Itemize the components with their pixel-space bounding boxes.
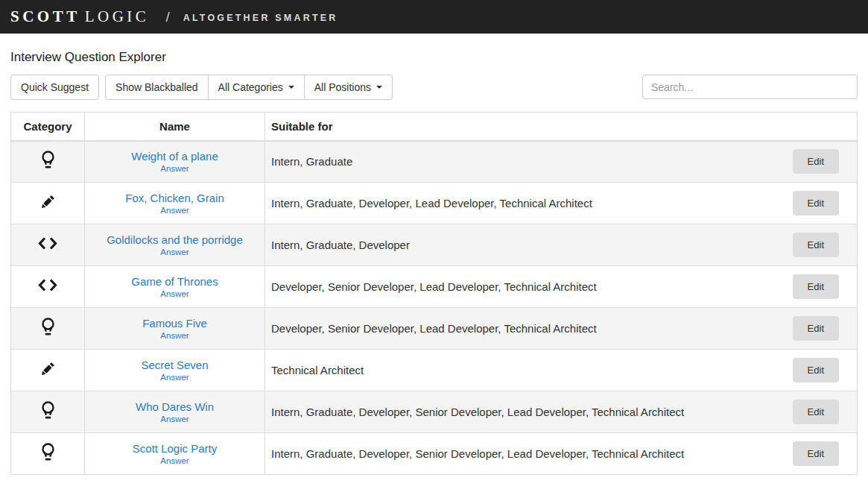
question-name-link[interactable]: Famous Five <box>85 317 264 330</box>
categories-dropdown-label: All Categories <box>218 81 283 93</box>
suitable-for-text: Intern, Graduate, Developer, Senior Deve… <box>271 447 684 460</box>
pencil-icon <box>39 359 57 378</box>
question-name-link[interactable]: Goldilocks and the porridge <box>85 233 264 246</box>
positions-dropdown[interactable]: All Positions <box>304 75 393 100</box>
search-container <box>642 75 858 99</box>
answer-link[interactable]: Answer <box>85 248 264 256</box>
edit-button[interactable]: Edit <box>793 233 839 257</box>
edit-button[interactable]: Edit <box>793 358 839 382</box>
question-name-link[interactable]: Scott Logic Party <box>85 442 264 455</box>
name-cell: Who Dares Win Answer <box>85 391 265 433</box>
category-cell <box>11 350 85 391</box>
suitable-for-cell: Technical Architect Edit <box>265 350 858 391</box>
suitable-for-text: Developer, Senior Developer, Lead Develo… <box>271 280 597 293</box>
suitable-for-column-header: Suitable for <box>265 113 858 141</box>
answer-link[interactable]: Answer <box>85 289 264 298</box>
name-cell: Goldilocks and the porridge Answer <box>85 224 265 266</box>
answer-link[interactable]: Answer <box>85 206 264 215</box>
page-container: Interview Question Explorer Quick Sugges… <box>0 50 868 475</box>
answer-link[interactable]: Answer <box>85 456 264 465</box>
scott-logic-logo[interactable]: SCOTT LOGIC / ALTOGETHER SMARTER <box>10 7 338 26</box>
suitable-for-cell: Developer, Senior Developer, Lead Develo… <box>265 308 858 350</box>
lightbulb-icon <box>40 317 56 337</box>
suitable-for-cell: Intern, Graduate, Developer, Lead Develo… <box>265 183 858 224</box>
category-cell <box>11 433 85 475</box>
lightbulb-icon <box>40 400 56 420</box>
name-cell: Game of Thrones Answer <box>85 266 265 308</box>
question-row: Scott Logic Party Answer Intern, Graduat… <box>11 433 858 475</box>
edit-button[interactable]: Edit <box>793 316 839 341</box>
page-title: Interview Question Explorer <box>10 50 858 65</box>
question-row: Fox, Chicken, Grain Answer Intern, Gradu… <box>11 183 858 224</box>
answer-link[interactable]: Answer <box>85 373 264 382</box>
suitable-for-cell: Intern, Graduate, Developer, Senior Deve… <box>265 433 858 475</box>
question-name-link[interactable]: Weight of a plane <box>85 150 264 163</box>
suitable-for-text: Intern, Graduate, Developer, Senior Deve… <box>271 406 684 418</box>
category-cell <box>11 141 85 183</box>
question-row: Who Dares Win Answer Intern, Graduate, D… <box>11 391 858 433</box>
category-cell <box>11 266 85 308</box>
caret-down-icon <box>288 86 294 89</box>
question-row: Weight of a plane Answer Intern, Graduat… <box>11 141 858 183</box>
answer-link[interactable]: Answer <box>85 415 264 423</box>
name-cell: Secret Seven Answer <box>85 350 265 391</box>
question-name-link[interactable]: Fox, Chicken, Grain <box>85 192 264 204</box>
filter-button-group: Show Blackballed All Categories All Posi… <box>105 75 393 100</box>
code-icon <box>37 278 58 292</box>
quick-suggest-button[interactable]: Quick Suggest <box>10 75 99 100</box>
question-name-link[interactable]: Who Dares Win <box>85 400 264 413</box>
name-cell: Famous Five Answer <box>85 308 265 350</box>
search-input[interactable] <box>642 75 858 99</box>
suitable-for-text: Intern, Graduate, Developer <box>271 239 410 251</box>
suitable-for-text: Intern, Graduate, Developer, Lead Develo… <box>271 197 592 209</box>
brand-separator: / <box>165 9 169 25</box>
edit-button[interactable]: Edit <box>793 274 839 299</box>
name-column-header: Name <box>85 113 265 141</box>
table-header-row: Category Name Suitable for <box>11 113 858 141</box>
answer-link[interactable]: Answer <box>85 164 264 173</box>
edit-button[interactable]: Edit <box>793 149 839 174</box>
name-cell: Weight of a plane Answer <box>85 141 265 183</box>
category-column-header: Category <box>11 113 85 141</box>
edit-button[interactable]: Edit <box>793 441 839 466</box>
categories-dropdown[interactable]: All Categories <box>208 75 305 100</box>
edit-button[interactable]: Edit <box>793 191 839 215</box>
code-icon <box>37 236 58 250</box>
top-navbar: SCOTT LOGIC / ALTOGETHER SMARTER <box>0 0 868 34</box>
lightbulb-icon <box>40 442 56 462</box>
question-row: Famous Five Answer Developer, Senior Dev… <box>11 308 858 350</box>
question-name-link[interactable]: Game of Thrones <box>85 275 264 288</box>
caret-down-icon <box>376 86 382 89</box>
brand-scott: SCOTT <box>10 7 80 26</box>
category-cell <box>11 391 85 433</box>
suitable-for-text: Developer, Senior Developer, Lead Develo… <box>271 322 597 335</box>
answer-link[interactable]: Answer <box>85 331 264 340</box>
suitable-for-cell: Intern, Graduate, Developer, Senior Deve… <box>265 391 858 433</box>
suitable-for-cell: Intern, Graduate Edit <box>265 141 858 183</box>
suitable-for-text: Technical Architect <box>271 364 364 376</box>
suitable-for-text: Intern, Graduate <box>271 155 352 168</box>
toolbar: Quick Suggest Show Blackballed All Categ… <box>10 75 858 100</box>
questions-table: Category Name Suitable for Weight of a p… <box>10 112 858 475</box>
name-cell: Scott Logic Party Answer <box>85 433 265 475</box>
lightbulb-icon <box>40 150 56 170</box>
positions-dropdown-label: All Positions <box>314 81 371 93</box>
category-cell <box>11 308 85 350</box>
question-row: Game of Thrones Answer Developer, Senior… <box>11 266 858 308</box>
suitable-for-cell: Intern, Graduate, Developer Edit <box>265 224 858 266</box>
edit-button[interactable]: Edit <box>793 400 839 424</box>
question-row: Secret Seven Answer Technical Architect … <box>11 350 858 391</box>
category-cell <box>11 224 85 266</box>
question-name-link[interactable]: Secret Seven <box>85 359 264 371</box>
brand-tagline: ALTOGETHER SMARTER <box>183 13 338 23</box>
category-cell <box>11 183 85 224</box>
name-cell: Fox, Chicken, Grain Answer <box>85 183 265 224</box>
show-blackballed-button[interactable]: Show Blackballed <box>105 75 209 100</box>
brand-logic: LOGIC <box>85 7 150 26</box>
pencil-icon <box>39 192 57 211</box>
question-row: Goldilocks and the porridge Answer Inter… <box>11 224 858 266</box>
suitable-for-cell: Developer, Senior Developer, Lead Develo… <box>265 266 858 308</box>
